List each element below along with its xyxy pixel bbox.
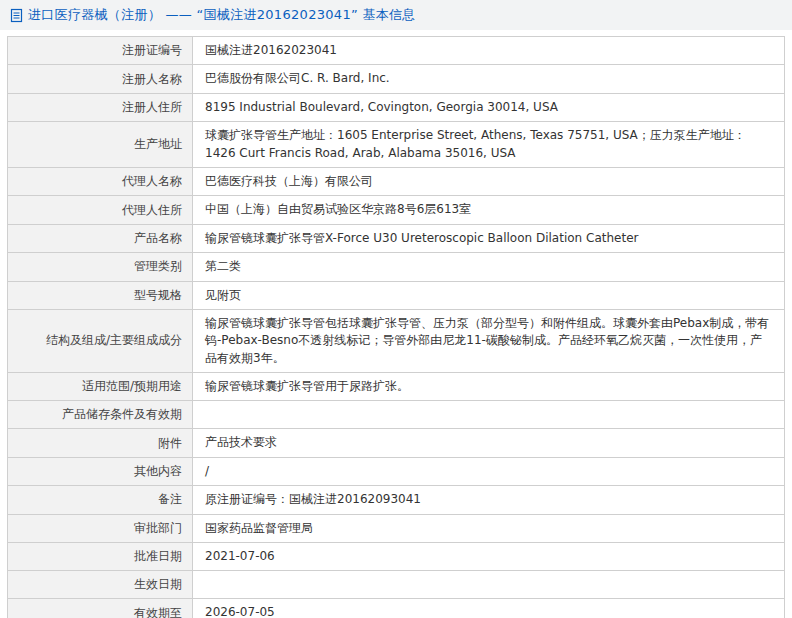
table-row: 生产地址球囊扩张导管生产地址：1605 Enterprise Street, A…	[8, 122, 785, 168]
table-row: 产品名称输尿管镜球囊扩张导管X-Force U30 Ureteroscopic …	[8, 224, 785, 252]
table-row: 生效日期	[8, 571, 785, 599]
row-label: 代理人名称	[8, 167, 193, 195]
table-row: 有效期至2026-07-05	[8, 599, 785, 618]
table-row: 注册证编号国械注进20162023041	[8, 37, 785, 65]
document-icon	[10, 8, 23, 23]
table-row: 代理人名称巴德医疗科技（上海）有限公司	[8, 167, 785, 195]
page-header: 进口医疗器械（注册） —— “国械注进20162023041” 基本信息	[0, 0, 792, 30]
row-label: 其他内容	[8, 457, 193, 485]
row-value: 2026-07-05	[193, 599, 785, 618]
table-row: 管理类别第二类	[8, 253, 785, 281]
row-value: 巴德医疗科技（上海）有限公司	[193, 167, 785, 195]
row-label: 适用范围/预期用途	[8, 373, 193, 401]
row-value: 国械注进20162023041	[193, 37, 785, 65]
table-row: 附件产品技术要求	[8, 429, 785, 457]
page-title: 进口医疗器械（注册） —— “国械注进20162023041” 基本信息	[28, 6, 416, 24]
row-label: 附件	[8, 429, 193, 457]
row-label: 注册人名称	[8, 65, 193, 93]
row-label: 批准日期	[8, 543, 193, 571]
table-row: 其他内容/	[8, 457, 785, 485]
info-table-rows: 注册证编号国械注进20162023041注册人名称巴德股份有限公司C. R. B…	[8, 37, 785, 618]
row-label: 注册人住所	[8, 93, 193, 121]
table-row: 备注原注册证编号：国械注进20162093041	[8, 486, 785, 514]
row-value	[193, 571, 785, 599]
row-value: 输尿管镜球囊扩张导管用于尿路扩张。	[193, 373, 785, 401]
table-row: 注册人名称巴德股份有限公司C. R. Bard, Inc.	[8, 65, 785, 93]
row-label: 产品储存条件及有效期	[8, 401, 193, 429]
table-row: 审批部门国家药品监督管理局	[8, 514, 785, 542]
row-value: 2021-07-06	[193, 543, 785, 571]
row-value: 第二类	[193, 253, 785, 281]
row-label: 审批部门	[8, 514, 193, 542]
row-label: 产品名称	[8, 224, 193, 252]
row-value: 中国（上海）自由贸易试验区华京路8号6层613室	[193, 196, 785, 224]
table-row: 型号规格见附页	[8, 281, 785, 309]
row-value: 产品技术要求	[193, 429, 785, 457]
row-label: 有效期至	[8, 599, 193, 618]
info-table: 注册证编号国械注进20162023041注册人名称巴德股份有限公司C. R. B…	[7, 36, 785, 618]
row-value: 球囊扩张导管生产地址：1605 Enterprise Street, Athen…	[193, 122, 785, 168]
row-label: 管理类别	[8, 253, 193, 281]
row-value: 巴德股份有限公司C. R. Bard, Inc.	[193, 65, 785, 93]
row-value: 见附页	[193, 281, 785, 309]
row-value	[193, 401, 785, 429]
row-label: 生效日期	[8, 571, 193, 599]
table-row: 结构及组成/主要组成成分输尿管镜球囊扩张导管包括球囊扩张导管、压力泵（部分型号）…	[8, 309, 785, 372]
row-value: 国家药品监督管理局	[193, 514, 785, 542]
row-label: 备注	[8, 486, 193, 514]
row-value: 原注册证编号：国械注进20162093041	[193, 486, 785, 514]
row-value: 8195 Industrial Boulevard, Covington, Ge…	[193, 93, 785, 121]
row-value: /	[193, 457, 785, 485]
row-value: 输尿管镜球囊扩张导管X-Force U30 Ureteroscopic Ball…	[193, 224, 785, 252]
row-label: 注册证编号	[8, 37, 193, 65]
row-label: 生产地址	[8, 122, 193, 168]
row-label: 代理人住所	[8, 196, 193, 224]
table-row: 注册人住所8195 Industrial Boulevard, Covingto…	[8, 93, 785, 121]
table-row: 代理人住所中国（上海）自由贸易试验区华京路8号6层613室	[8, 196, 785, 224]
table-row: 批准日期2021-07-06	[8, 543, 785, 571]
table-row: 适用范围/预期用途输尿管镜球囊扩张导管用于尿路扩张。	[8, 373, 785, 401]
row-label: 结构及组成/主要组成成分	[8, 309, 193, 372]
row-value: 输尿管镜球囊扩张导管包括球囊扩张导管、压力泵（部分型号）和附件组成。球囊外套由P…	[193, 309, 785, 372]
table-row: 产品储存条件及有效期	[8, 401, 785, 429]
row-label: 型号规格	[8, 281, 193, 309]
